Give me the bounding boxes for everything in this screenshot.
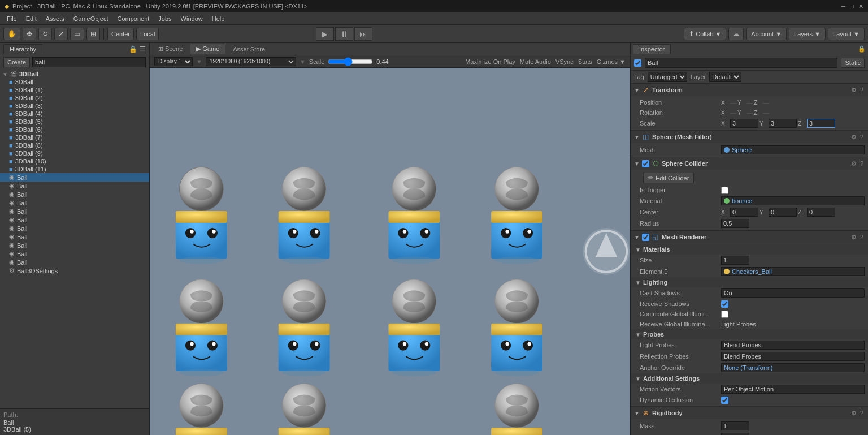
probes-section[interactable]: ▼ Probes [631,329,868,339]
play-button[interactable]: ▶ [316,27,334,41]
tag-select[interactable]: Untagged [648,72,687,82]
hier-ball-11[interactable]: ◉ Ball [0,258,149,266]
additional-settings-section[interactable]: ▼ Additional Settings [631,373,868,384]
hier-item-3dball-root[interactable]: ▼ 🎬 3DBall [0,70,149,78]
menu-jobs[interactable]: Jobs [154,14,176,23]
receive-shadows-cb[interactable] [721,300,728,308]
hier-3dball-4[interactable]: ■ 3DBall (4) [0,110,149,118]
pause-button[interactable]: ⏸ [335,27,353,41]
hier-ball-selected[interactable]: ◉ Ball [0,173,149,182]
hier-ball-2[interactable]: ◉ Ball [0,182,149,190]
comp-help[interactable]: ? [859,234,865,241]
comp-help[interactable]: ? [859,410,865,417]
menu-help[interactable]: Help [207,14,229,23]
collab-button[interactable]: ⬆ Collab ▼ [684,28,726,40]
tab-game[interactable]: ▶ Game [190,44,225,54]
layout-button[interactable]: Layout ▼ [828,28,865,40]
local-toggle[interactable]: Local [136,28,159,40]
menu-assets[interactable]: Assets [41,14,69,23]
comp-settings[interactable]: ⚙ [850,160,858,167]
hierarchy-lock[interactable]: 🔒 [129,45,137,53]
rigidbody-header[interactable]: ▼ ⊕ Rigidbody ⚙ ? [631,407,868,419]
menu-component[interactable]: Component [112,14,154,23]
inspector-lock[interactable]: 🔒 [858,45,866,53]
drag-input[interactable] [721,433,749,435]
hier-ball-8[interactable]: ◉ Ball [0,232,149,241]
resolution-select[interactable]: 1920*1080 (1920x1080) [206,57,296,66]
move-tool[interactable]: ✥ [23,28,36,40]
center-x[interactable] [730,208,758,217]
lighting-section[interactable]: ▼ Lighting [631,277,868,287]
meshfilter-header[interactable]: ▼ ◫ Sphere (Mesh Filter) ⚙ ? [631,131,868,143]
menu-gameobject[interactable]: GameObject [69,14,113,23]
hierarchy-menu[interactable]: ☰ [140,45,146,53]
size-input[interactable] [721,256,749,265]
custom-tool[interactable]: ⊞ [86,28,100,40]
hier-ball3dsettings[interactable]: ⚙ Ball3DSettings [0,266,149,275]
hier-ball-9[interactable]: ◉ Ball [0,241,149,249]
menu-edit[interactable]: Edit [21,14,41,23]
collider-header[interactable]: ▼ ⬡ Sphere Collider ⚙ ? [631,157,868,170]
rotate-tool[interactable]: ↻ [38,28,52,40]
menu-window[interactable]: Window [176,14,207,23]
transform-header[interactable]: ▼ ⤢ Transform ⚙ ? [631,84,868,96]
comp-help[interactable]: ? [859,133,865,141]
scale-z-input[interactable] [807,119,835,128]
motion-vectors-val[interactable]: Per Object Motion [721,385,865,394]
hierarchy-tab[interactable]: Hierarchy [3,44,42,54]
hier-3dball-2[interactable]: ■ 3DBall (2) [0,94,149,102]
collider-active[interactable] [642,160,649,167]
close-btn[interactable]: ✕ [858,3,863,10]
contribute-gi-cb[interactable] [721,311,728,318]
center-toggle[interactable]: Center [107,28,134,40]
hier-ball-3[interactable]: ◉ Ball [0,190,149,199]
is-trigger-checkbox[interactable] [721,187,728,194]
object-name-field[interactable] [645,58,837,68]
center-y[interactable] [769,208,797,217]
hand-tool[interactable]: ✋ [3,28,20,40]
step-button[interactable]: ⏭ [354,27,372,41]
center-z[interactable] [807,208,835,217]
rect-tool[interactable]: ▭ [70,28,84,40]
element0-ref[interactable]: Checkers_Ball [721,267,865,276]
hier-3dball-9[interactable]: ■ 3DBall (9) [0,149,149,157]
hier-ball-5[interactable]: ◉ Ball [0,207,149,216]
scale-tool[interactable]: ⤢ [54,28,68,40]
layer-select[interactable]: Default [709,72,741,82]
anchor-override-ref[interactable]: None (Transform) [721,363,865,372]
inspector-tab[interactable]: Inspector [633,44,671,54]
gizmos-label[interactable]: Gizmos ▼ [597,58,626,65]
edit-collider-btn[interactable]: ✏ Edit Collider [643,173,694,183]
hier-3dball-5[interactable]: ■ 3DBall (5) [0,118,149,126]
hier-ball-7[interactable]: ◉ Ball [0,224,149,232]
mass-input[interactable] [721,421,749,430]
comp-settings[interactable]: ⚙ [850,133,858,141]
comp-help[interactable]: ? [859,87,865,94]
radius-input[interactable] [721,219,749,228]
minimize-btn[interactable]: ─ [841,3,846,10]
light-probes-val[interactable]: Blend Probes [721,341,865,350]
mute-btn-label[interactable]: Mute Audio [520,58,551,65]
comp-help[interactable]: ? [859,160,865,167]
reflection-probes-val[interactable]: Blend Probes [721,352,865,361]
maximize-btn-label[interactable]: Maximize On Play [465,58,515,65]
hier-3dball[interactable]: ■ 3DBall [0,78,149,86]
maximize-btn[interactable]: □ [850,3,854,10]
hier-3dball-11[interactable]: ■ 3DBall (11) [0,165,149,173]
hier-ball-6[interactable]: ◉ Ball [0,216,149,224]
material-ref[interactable]: bounce [721,196,865,205]
hier-3dball-10[interactable]: ■ 3DBall (10) [0,157,149,165]
mesh-ref[interactable]: Sphere [721,145,865,154]
hier-3dball-6[interactable]: ■ 3DBall (6) [0,126,149,133]
comp-settings[interactable]: ⚙ [850,87,858,94]
static-button[interactable]: Static [841,58,865,68]
tab-asset-store[interactable]: Asset Store [227,44,271,54]
object-active-checkbox[interactable] [634,59,641,67]
account-button[interactable]: Account ▼ [746,28,787,40]
comp-settings[interactable]: ⚙ [850,410,858,417]
scale-slider[interactable] [328,58,373,65]
hier-3dball-1[interactable]: ■ 3DBall (1) [0,86,149,94]
hier-3dball-3[interactable]: ■ 3DBall (3) [0,102,149,110]
layers-button[interactable]: Layers ▼ [789,28,826,40]
scale-y-input[interactable] [769,119,797,128]
